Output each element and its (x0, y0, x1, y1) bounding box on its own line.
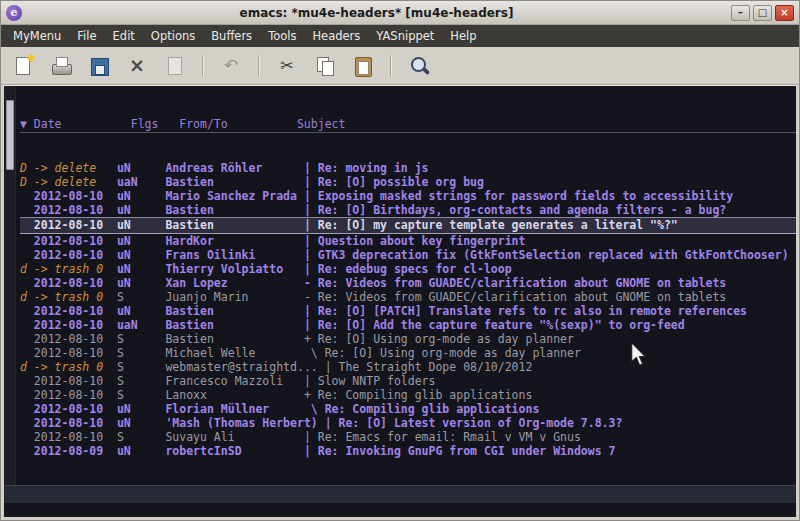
message-date: 2012-08-09 (20, 444, 117, 458)
message-row[interactable]: 2012-08-09 uN robertcInSD | Re: Invoking… (20, 444, 796, 458)
new-file-icon[interactable] (11, 54, 35, 78)
message-row[interactable]: d -> trash 0 S webmaster@straightd... | … (20, 360, 796, 374)
message-row[interactable]: 2012-08-10 uN Bastien | Re: [O] my captu… (20, 217, 796, 234)
toolbar-separator (202, 55, 204, 77)
menu-file[interactable]: File (69, 26, 104, 46)
menu-edit[interactable]: Edit (105, 26, 143, 46)
menu-mymenu[interactable]: MyMenu (5, 26, 69, 46)
minimize-button[interactable]: – (731, 5, 750, 21)
message-date: d -> trash 0 (20, 262, 117, 276)
menu-headers[interactable]: Headers (304, 26, 368, 46)
search-icon[interactable] (407, 54, 431, 78)
menu-tools[interactable]: Tools (260, 26, 304, 46)
message-flags: uN (117, 262, 165, 276)
maximize-button[interactable]: □ (753, 5, 772, 21)
message-flags: uN (117, 444, 165, 458)
message-row[interactable]: 2012-08-10 uN Bastien | Re: [O] [PATCH] … (20, 304, 796, 318)
message-from: Mario Sanchez Prada (165, 189, 303, 203)
title-bar[interactable]: e emacs: *mu4e-headers* [mu4e-headers] –… (1, 1, 799, 25)
message-flags: S (117, 374, 165, 388)
message-date: 2012-08-10 (20, 203, 117, 217)
message-row[interactable]: 2012-08-10 uaN Bastien | Re: [O] Add the… (20, 318, 796, 332)
emacs-window: e emacs: *mu4e-headers* [mu4e-headers] –… (0, 0, 800, 521)
thread-prefix: + (304, 332, 318, 346)
menu-yasnippet[interactable]: YASnippet (368, 26, 442, 46)
menu-options[interactable]: Options (143, 26, 203, 46)
message-flags: uN (117, 248, 165, 262)
window-title: emacs: *mu4e-headers* [mu4e-headers] (26, 6, 727, 20)
write-file-icon[interactable] (163, 54, 187, 78)
message-subject: Re: Videos from GUADEC/clarification abo… (318, 290, 727, 304)
message-from: Suvayu Ali (165, 430, 303, 444)
message-row[interactable]: 2012-08-10 S Suvayu Ali | Re: Emacs for … (20, 430, 796, 444)
message-row[interactable]: 2012-08-10 uN HardKor | Question about k… (20, 234, 796, 248)
message-subject: Re: [O] Using org-mode as day planner (325, 346, 581, 360)
message-flags: uN (117, 234, 165, 248)
thread-prefix: + (304, 388, 318, 402)
thread-prefix: | (304, 234, 318, 248)
message-from: Bastien (165, 175, 303, 189)
message-flags: S (117, 388, 165, 402)
message-date: 2012-08-10 (20, 388, 117, 402)
message-date: 2012-08-10 (20, 318, 117, 332)
message-list: D -> delete uN Andreas Röhler | Re: movi… (20, 161, 796, 458)
toolbar: ×↶✂ (1, 47, 799, 85)
headers-buffer: ▼ Date Flgs From/To Subject D -> delete … (16, 86, 796, 485)
paste-icon[interactable] (351, 54, 375, 78)
echo-area[interactable] (4, 503, 796, 517)
message-date: 2012-08-10 (20, 332, 117, 346)
message-from: Bastien (165, 203, 303, 217)
message-from: Bastien (165, 332, 303, 346)
save-icon[interactable] (87, 54, 111, 78)
scrollbar[interactable] (4, 86, 16, 485)
menu-buffers[interactable]: Buffers (203, 26, 260, 46)
message-flags: S (117, 332, 165, 346)
undo-icon[interactable]: ↶ (219, 54, 243, 78)
message-date: 2012-08-10 (20, 304, 117, 318)
message-subject: Re: Videos from GUADEC/clarification abo… (318, 276, 727, 290)
message-row[interactable]: 2012-08-10 S Michael Welle \ Re: [O] Usi… (20, 346, 796, 360)
scrollbar-thumb[interactable] (6, 100, 14, 170)
message-from: Juanjo Marin (165, 290, 303, 304)
column-headers[interactable]: ▼ Date Flgs From/To Subject (20, 117, 796, 133)
close-buffer-icon[interactable]: × (125, 54, 149, 78)
message-flags: S (117, 290, 165, 304)
message-subject: Re: [O] possible org bug (318, 175, 484, 189)
message-row[interactable]: D -> delete uN Andreas Röhler | Re: movi… (20, 161, 796, 175)
message-subject: The Straight Dope 08/10/2012 (339, 360, 533, 374)
message-flags: S (117, 360, 165, 374)
copy-icon[interactable] (313, 54, 337, 78)
message-from: Francesco Mazzoli (165, 374, 303, 388)
print-icon[interactable] (49, 54, 73, 78)
message-row[interactable]: 2012-08-10 uN Frans Oilinki | GTK3 depre… (20, 248, 796, 262)
message-row[interactable]: 2012-08-10 S Francesco Mazzoli | Slow NN… (20, 374, 796, 388)
message-row[interactable]: d -> trash 0 uN Thierry Volpiatto | Re: … (20, 262, 796, 276)
message-row[interactable]: D -> delete uaN Bastien | Re: [O] possib… (20, 175, 796, 189)
message-row[interactable]: 2012-08-10 S Lanoxx + Re: Compiling glib… (20, 388, 796, 402)
message-date: d -> trash 0 (20, 290, 117, 304)
menu-bar: MyMenuFileEditOptionsBuffersToolsHeaders… (1, 25, 799, 47)
thread-prefix: | (325, 360, 339, 374)
thread-prefix: | (304, 444, 318, 458)
menu-help[interactable]: Help (442, 26, 484, 46)
mode-line: *mu4e-headers* ( 5, 0) [All/2.0k] [mu4e-… (4, 485, 796, 503)
thread-prefix: | (304, 161, 318, 175)
message-flags: uaN (117, 175, 165, 189)
message-row[interactable]: 2012-08-10 uN Florian Müllner \ Re: Comp… (20, 402, 796, 416)
message-row[interactable]: 2012-08-10 uN 'Mash (Thomas Herbert) | R… (20, 416, 796, 430)
message-from: Bastien (165, 218, 303, 232)
message-row[interactable]: 2012-08-10 uN Mario Sanchez Prada | Expo… (20, 189, 796, 203)
message-row[interactable]: 2012-08-10 uN Xan Lopez - Re: Videos fro… (20, 276, 796, 290)
message-row[interactable]: d -> trash 0 S Juanjo Marin - Re: Videos… (20, 290, 796, 304)
thread-prefix: | (304, 175, 318, 189)
message-date: 2012-08-10 (20, 430, 117, 444)
message-from: Frans Oilinki (165, 248, 303, 262)
message-row[interactable]: 2012-08-10 S Bastien + Re: [O] Using org… (20, 332, 796, 346)
thread-prefix: | (304, 262, 318, 276)
message-flags: uN (117, 304, 165, 318)
message-flags: uN (117, 402, 165, 416)
close-button[interactable]: × (775, 5, 794, 21)
cut-icon[interactable]: ✂ (275, 54, 299, 78)
message-flags: uN (117, 416, 165, 430)
message-row[interactable]: 2012-08-10 uN Bastien | Re: [O] Birthday… (20, 203, 796, 217)
